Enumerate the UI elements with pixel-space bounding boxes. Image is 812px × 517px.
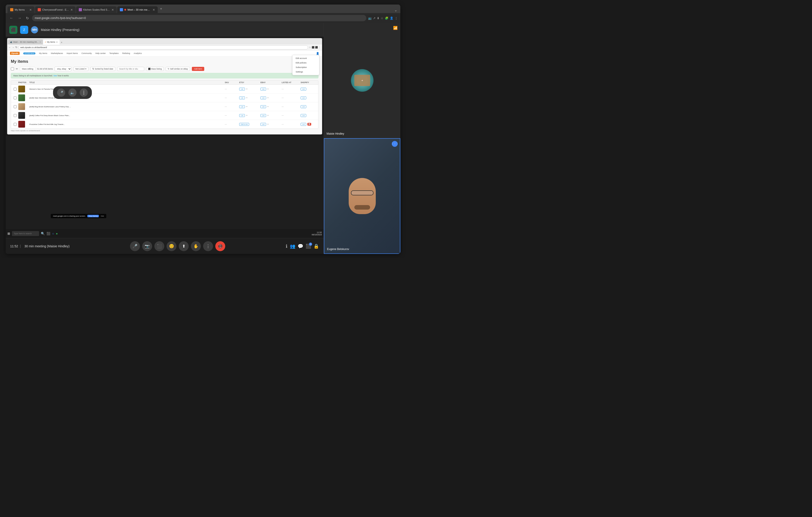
mic-muted-icon[interactable]: 🎤: [57, 88, 65, 97]
marketplace-filter[interactable]: etsy, ebay: [55, 66, 71, 71]
inner-tab-zipsale-close[interactable]: ✕: [56, 41, 58, 44]
tab-close-cherrywood[interactable]: ✕: [70, 8, 73, 11]
mass-listing-button[interactable]: ⬛ Mass listing: [146, 67, 164, 71]
add-item-button[interactable]: Add item: [192, 67, 204, 71]
nav-community[interactable]: Community: [82, 52, 92, 54]
tab-cherrywood[interactable]: CherrywoodForest - Etsy UK ✕: [35, 6, 76, 13]
end-call-button[interactable]: 📵: [215, 241, 225, 251]
mic-button[interactable]: 🎤: [130, 241, 140, 251]
ebay-list-btn-3[interactable]: List: [260, 105, 266, 108]
tab-close-meet[interactable]: ✕: [152, 8, 155, 11]
tab-close-my-items[interactable]: ✕: [29, 8, 32, 11]
people-button[interactable]: 👥: [290, 243, 295, 249]
camera-button[interactable]: 📷: [142, 241, 152, 251]
ebay-edit-icon-5[interactable]: ✏: [267, 123, 269, 125]
select-all-checkbox[interactable]: [11, 67, 14, 71]
chat-button[interactable]: 💬: [298, 243, 303, 249]
new-tab-button[interactable]: +: [158, 6, 164, 12]
more-options-button[interactable]: ⋮: [203, 241, 213, 251]
shopify-list-btn-5[interactable]: List: [300, 123, 306, 126]
present-button[interactable]: ⬆: [179, 241, 189, 251]
inner-tab-meet-close[interactable]: ✕: [39, 41, 41, 44]
nav-my-items[interactable]: My Items: [39, 52, 48, 54]
ebay-list-btn-4[interactable]: List: [260, 114, 266, 117]
emoji-button[interactable]: 😊: [167, 241, 176, 251]
eugene-menu-button[interactable]: ⋮⋮⋮: [392, 141, 398, 147]
inner-url-input[interactable]: [18, 46, 308, 50]
inner-tab-zipsale[interactable]: Z My Items ✕: [43, 39, 60, 45]
etsy-list-btn-3[interactable]: List: [239, 105, 245, 108]
shopify-orange-btn-5[interactable]: 💬: [308, 123, 311, 126]
inner-forward-button[interactable]: →: [12, 46, 14, 49]
dropdown-edit-account[interactable]: Edit account: [292, 56, 319, 60]
shopify-list-btn-3[interactable]: List: [300, 105, 306, 108]
nav-help-center[interactable]: Help center: [95, 52, 106, 54]
ebay-edit-icon-4[interactable]: ✏: [267, 114, 269, 116]
account-icon[interactable]: 👤: [316, 52, 319, 55]
info-button[interactable]: ℹ: [286, 243, 288, 249]
etsy-edit-icon-2[interactable]: ✏: [246, 97, 248, 99]
etsy-list-btn-2[interactable]: List: [239, 97, 245, 99]
tab-my-items[interactable]: My Items ✕: [7, 6, 34, 13]
tab-kitchen-scales[interactable]: Kitchen Scales Red Silver Met... ✕: [76, 6, 117, 13]
reload-button[interactable]: ↻: [25, 15, 30, 21]
back-button[interactable]: ←: [8, 15, 15, 21]
speaker-icon[interactable]: 🔈: [68, 88, 77, 97]
stop-sharing-button[interactable]: Stop sharing: [87, 215, 99, 217]
not-listed-filter-button[interactable]: Not Listed ▾: [74, 67, 88, 71]
nav-templates[interactable]: Templates: [110, 52, 119, 54]
ebay-list-btn-2[interactable]: List: [260, 97, 266, 99]
captions-button[interactable]: ⬛: [154, 241, 164, 251]
dropdown-subscription[interactable]: Subscription: [292, 65, 319, 70]
nav-relisting[interactable]: Relisting: [122, 52, 130, 54]
search-input[interactable]: [117, 67, 144, 71]
shopify-list-btn-2[interactable]: List: [300, 97, 306, 99]
tab-close-kitchen[interactable]: ✕: [112, 8, 114, 11]
nav-import-items[interactable]: Import Items: [66, 52, 78, 54]
nav-analytics[interactable]: Analytics: [134, 52, 142, 54]
sell-similar-button[interactable]: ↻ Sell similar on eBay: [166, 67, 190, 71]
shopify-list-btn-1[interactable]: List: [300, 88, 306, 90]
windows-icon[interactable]: ⊞: [7, 232, 10, 235]
inner-tab-meet[interactable]: 📹 Meet – 30 min meeting (M... ✕: [8, 39, 43, 45]
taskbar-meet-icon[interactable]: ●: [56, 232, 58, 235]
tab-list-button[interactable]: ⌄: [393, 7, 399, 13]
inner-new-tab-button[interactable]: +: [60, 40, 63, 45]
row-checkbox-4[interactable]: [13, 114, 18, 117]
banner-link[interactable]: See: [54, 75, 57, 77]
inner-reload-button[interactable]: ↻: [16, 46, 18, 49]
edit-icon-button[interactable]: ✏: [16, 67, 18, 71]
ebay-edit-icon-1[interactable]: ✏: [267, 88, 269, 90]
shopify-list-btn-4[interactable]: List: [300, 114, 306, 117]
raise-hand-button[interactable]: ✋: [191, 241, 201, 251]
row-checkbox-2[interactable]: [13, 97, 18, 99]
lock-button[interactable]: 🔒: [314, 243, 319, 249]
etsy-edit-icon-1[interactable]: ✏: [246, 88, 248, 90]
ebay-list-btn-5[interactable]: List: [260, 123, 266, 126]
taskbar-task-view-icon[interactable]: ⬛: [47, 232, 50, 235]
row-checkbox-1[interactable]: [13, 88, 18, 90]
etsy-edit-to-list-btn-5[interactable]: Edit to list: [239, 123, 249, 126]
ebay-edit-icon-2[interactable]: ✏: [267, 97, 269, 99]
etsy-edit-icon-4[interactable]: ✏: [246, 114, 248, 116]
nav-marketplaces[interactable]: Marketplaces: [51, 52, 63, 54]
taskbar-search-input[interactable]: [12, 231, 39, 236]
hide-button[interactable]: Hide: [100, 215, 104, 217]
popup-more-button[interactable]: ⋮: [80, 88, 88, 97]
inner-back-button[interactable]: ←: [8, 46, 11, 49]
tab-meet[interactable]: Meet – 30 min meeting (M... ✕: [117, 6, 158, 13]
sort-button[interactable]: ⇅ Sorted by listed date: [90, 67, 115, 71]
dropdown-edit-policies[interactable]: Edit policies: [292, 60, 319, 65]
row-checkbox-5[interactable]: [13, 123, 18, 126]
ebay-list-btn-1[interactable]: List: [260, 88, 266, 90]
url-input[interactable]: [32, 15, 366, 21]
activities-button[interactable]: ⬛ 4: [306, 243, 311, 249]
forward-button[interactable]: →: [17, 15, 23, 21]
dropdown-settings[interactable]: Settings: [292, 70, 319, 74]
etsy-edit-icon-3[interactable]: ✏: [246, 106, 248, 108]
row-checkbox-3[interactable]: [13, 105, 18, 108]
etsy-list-btn-1[interactable]: List: [239, 88, 245, 90]
taskbar-chrome-icon[interactable]: ○: [52, 232, 54, 235]
ebay-edit-icon-3[interactable]: ✏: [267, 106, 269, 108]
etsy-list-btn-4[interactable]: List: [239, 114, 245, 117]
